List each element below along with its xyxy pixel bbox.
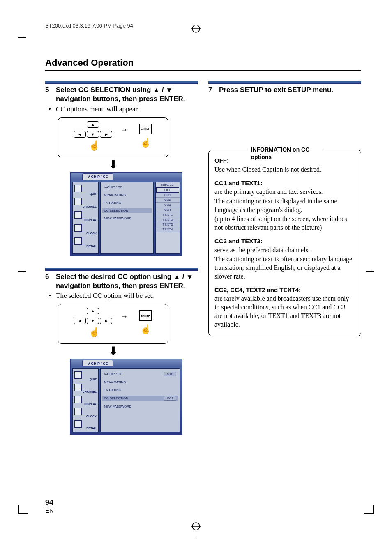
info-text: (up to 4 lines of script on the screen, …	[214, 215, 355, 232]
step-5: 5 Select CC SELECTION using ▲ / ▼ naviga…	[45, 85, 198, 104]
step-bar	[45, 268, 198, 271]
step-7: 7 Press SETUP to exit SETUP menu.	[208, 85, 361, 94]
crop-corner-bl	[18, 505, 28, 514]
osd-menu-item: MPAA RATING	[102, 380, 178, 385]
osd-menu-item: MPAA RATING	[102, 193, 152, 197]
arrow-right-icon: →	[120, 126, 128, 134]
crop-tick-left	[18, 271, 26, 272]
step-text: Press SETUP to exit SETUP menu.	[219, 85, 333, 94]
nav-right-button[interactable]: ▶	[100, 131, 112, 138]
remote-nav-box: ▲ ◀ ▼ ▶ → ENTER ☝ ☝	[58, 117, 168, 157]
remote-figure: ▲ ◀ ▼ ▶ → ENTER ☝ ☝ ⬇ V-CHIP / CC	[58, 117, 168, 256]
columns: 5 Select CC SELECTION using ▲ / ▼ naviga…	[45, 81, 361, 435]
osd-submenu-header: Select CC.	[156, 182, 180, 187]
info-box: INFORMATION on CC options OFF: Use when …	[208, 150, 361, 336]
osd-submenu: Select CC. OFF CC1 CC2 CC3 CC4 TEXT1 TEX…	[155, 182, 180, 254]
osd-tab-row: V-CHIP / CC	[71, 359, 182, 367]
crop-tick-right	[366, 271, 374, 272]
osd-menu-item: NEW PASSWORD	[102, 404, 178, 409]
step-text: Select the desired CC option using ▲ / ▼…	[56, 272, 198, 290]
remote-nav-box: ▲ ◀ ▼ ▶ → ENTER ☝ ☝	[58, 304, 168, 344]
osd-sub-item-selected: OFF	[156, 187, 179, 193]
osd-sidebar: QUIT CHANNEL DISPLAY CLOCK DETAIL	[72, 182, 99, 254]
step-6: 6 Select the desired CC option using ▲ /…	[45, 272, 198, 290]
step-number: 5	[45, 85, 53, 104]
osd-sub-item: CC3	[156, 203, 180, 207]
info-text: are rarely available and broadcasters us…	[214, 295, 355, 329]
osd-tab: V-CHIP / CC	[82, 360, 113, 366]
info-text: serve as the preferred data channels.	[214, 246, 355, 255]
step-text: Select CC SELECTION using ▲ / ▼ navigati…	[56, 85, 198, 104]
nav-left-button[interactable]: ◀	[74, 131, 86, 138]
osd-menu-item: TV RATING	[102, 200, 152, 205]
nav-down-button[interactable]: ▼	[87, 318, 99, 324]
nav-left-button[interactable]: ◀	[74, 318, 86, 324]
osd-screen-2: V-CHIP / CC QUIT CHANNEL DISPLAY CLOCK D…	[70, 359, 182, 435]
right-column: 7 Press SETUP to exit SETUP menu. INFORM…	[208, 81, 361, 435]
crop-mark-top	[191, 16, 201, 33]
osd-value-pill: STB	[164, 372, 176, 376]
osd-body: QUIT CHANNEL DISPLAY CLOCK DETAIL V-CHIP…	[71, 180, 182, 256]
osd-sub-item: TEXT1	[156, 212, 180, 217]
osd-side-item: CLOCK	[74, 407, 97, 418]
osd-sub-item: TEXT3	[156, 222, 180, 227]
up-triangle-icon: ▲	[173, 273, 180, 281]
osd-main: V-CHIP / CC STB MPAA RATING TV RATING CC…	[100, 368, 180, 432]
nav-right-button[interactable]: ▶	[100, 318, 112, 324]
up-triangle-icon: ▲	[153, 86, 160, 94]
osd-side-item: CLOCK	[74, 223, 97, 235]
osd-menu-item: NEW PASSWORD	[102, 216, 152, 221]
step-number: 7	[208, 85, 216, 94]
arrow-right-icon: →	[120, 312, 128, 321]
info-text: Use when Closed Caption is not desired.	[214, 166, 355, 174]
osd-sub-item: CC4	[156, 207, 180, 212]
osd-tab-row: V-CHIP / CC	[71, 173, 182, 180]
osd-sub-item: CC1	[156, 193, 180, 198]
enter-button[interactable]: ENTER	[139, 124, 152, 134]
crop-tick-top-left	[18, 37, 26, 38]
crop-mark-bottom	[191, 522, 201, 539]
page-lang: EN	[45, 507, 54, 514]
osd-side-item: CHANNEL	[74, 383, 97, 394]
info-text: are the primary caption and text service…	[214, 188, 355, 196]
osd-sidebar: QUIT CHANNEL DISPLAY CLOCK DETAIL	[72, 368, 99, 432]
osd-side-item: DETAIL	[74, 419, 97, 430]
left-column: 5 Select CC SELECTION using ▲ / ▼ naviga…	[45, 81, 198, 435]
info-heading-cc3: CC3 and TEXT3:	[214, 237, 355, 245]
step-6-note: The selected CC option will be set.	[45, 292, 198, 300]
osd-sub-item: CC2	[156, 198, 180, 203]
hand-pointer-icon: ☝	[89, 327, 100, 338]
osd-side-item: QUIT	[74, 371, 97, 381]
step-number: 6	[45, 272, 53, 290]
hand-pointer-icon: ☝	[140, 324, 151, 335]
crop-corner-br	[364, 505, 374, 514]
osd-value-pill: CC1	[164, 396, 176, 401]
osd-side-item: DISPLAY	[74, 210, 97, 222]
info-title: INFORMATION on CC options	[247, 146, 323, 161]
enter-button[interactable]: ENTER	[139, 310, 152, 321]
osd-menu-item: V-CHIP / CC	[102, 185, 152, 189]
down-triangle-icon: ▼	[166, 86, 173, 94]
nav-down-button[interactable]: ▼	[87, 131, 99, 138]
osd-main: V-CHIP / CC MPAA RATING TV RATING CC SEL…	[100, 182, 154, 254]
nav-up-button[interactable]: ▲	[87, 121, 99, 128]
step-bar	[45, 81, 198, 84]
nav-up-button[interactable]: ▲	[87, 308, 99, 314]
osd-tab: V-CHIP / CC	[82, 173, 113, 180]
osd-body: QUIT CHANNEL DISPLAY CLOCK DETAIL V-CHIP…	[71, 367, 182, 434]
osd-menu-item: V-CHIP / CC STB	[102, 371, 178, 377]
osd-sub-item: TEXT4	[156, 227, 180, 232]
osd-menu-item-selected: CC SELECTION	[102, 208, 152, 213]
page-number: 94	[45, 498, 54, 507]
section-title: Advanced Operation	[45, 58, 361, 71]
step-bar	[208, 81, 361, 84]
down-arrow-icon: ⬇	[58, 159, 168, 170]
osd-sub-item: TEXT2	[156, 217, 180, 222]
osd-side-item: QUIT	[74, 184, 97, 196]
osd-screen-1: V-CHIP / CC QUIT CHANNEL DISPLAY CLOCK D…	[70, 172, 182, 256]
hand-pointer-icon: ☝	[140, 138, 151, 148]
down-triangle-icon: ▼	[186, 273, 193, 281]
down-arrow-icon: ⬇	[58, 345, 168, 357]
page-number-block: 94 EN	[45, 498, 54, 514]
info-heading-cc2: CC2, CC4, TEXT2 and TEXT4:	[214, 286, 355, 294]
